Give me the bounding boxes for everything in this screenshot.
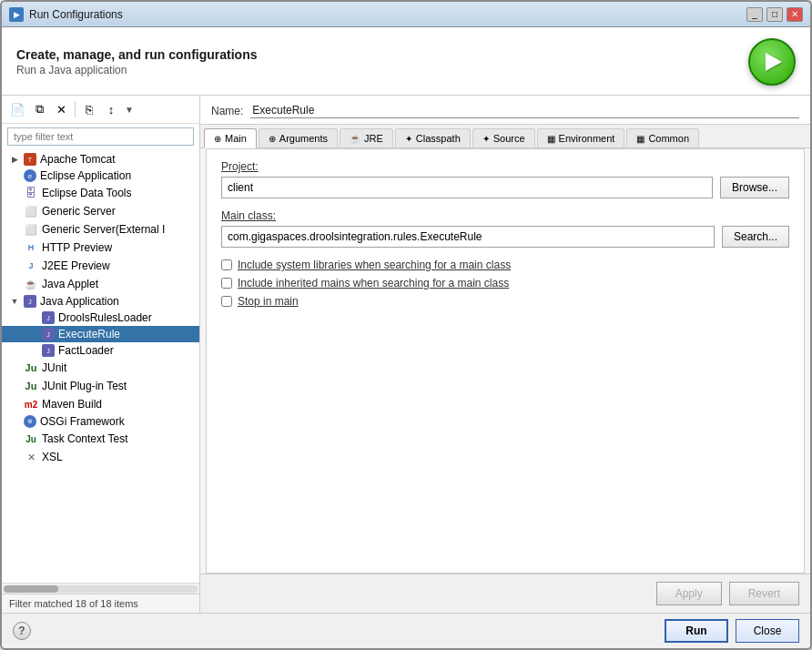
tree-label: DroolsRulesLoader (58, 311, 152, 324)
tab-environment[interactable]: ▦ Environment (537, 128, 625, 147)
close-window-button[interactable]: ✕ (787, 7, 803, 22)
tab-jre[interactable]: ☕ JRE (340, 128, 393, 147)
expand-icon (27, 312, 38, 323)
drools-icon: J (42, 311, 55, 324)
tab-arguments-label: Arguments (279, 133, 328, 144)
main-class-label: Main class: (221, 209, 789, 222)
tree-item-xsl[interactable]: ✕ XSL (2, 448, 199, 466)
header-title: Create, manage, and run configurations (16, 47, 258, 62)
tree-item-java-application[interactable]: ▼ J Java Application (2, 293, 199, 310)
junit-plugin-icon: Ju (24, 379, 38, 393)
bottom-action-bar: Apply Revert (200, 574, 810, 613)
filter-status: Filter matched 18 of 18 items (2, 594, 199, 613)
expand-icon (9, 433, 20, 444)
tree-label: Java Application (40, 295, 119, 308)
tree-item-generic-server-ext[interactable]: ⬜ Generic Server(External I (2, 220, 199, 239)
tabs-bar: ⊕ Main ⊕ Arguments ☕ JRE ✦ Classpath ✦ (200, 125, 810, 148)
main-class-group: Main class: Search... (221, 209, 789, 248)
window-icon: ▶ (9, 7, 24, 22)
include-system-label: Include system libraries when searching … (238, 259, 511, 271)
tree-label: ExecuteRule (58, 328, 120, 340)
checkbox-include-inherited: Include inherited mains when searching f… (221, 277, 789, 289)
tree-item-apache-tomcat[interactable]: ▶ T Apache Tomcat (2, 151, 199, 168)
tree-item-execute-rule[interactable]: J ExecuteRule (2, 326, 199, 342)
left-toolbar: 📄 ⧉ ✕ ⎘ ↕ ▼ (2, 96, 199, 124)
link-config-button[interactable]: ↕ (101, 99, 121, 119)
include-system-checkbox[interactable] (221, 259, 232, 270)
environment-tab-icon: ▦ (547, 134, 555, 144)
expand-icon (9, 381, 20, 391)
tab-common[interactable]: ▦ Common (626, 128, 699, 147)
tree-label: XSL (42, 451, 63, 463)
new-config-button[interactable]: 📄 (7, 99, 27, 119)
junit-icon: Ju (24, 361, 38, 375)
name-row: Name: ExecuteRule (200, 96, 810, 125)
tab-main[interactable]: ⊕ Main (204, 128, 257, 148)
expand-icon (9, 260, 20, 271)
tree-label: Generic Server(External I (42, 223, 165, 236)
toolbar-separator (75, 101, 76, 117)
revert-button[interactable]: Revert (729, 582, 799, 605)
xsl-icon: ✕ (24, 450, 38, 464)
tree-item-eclipse-data[interactable]: 🗄 Eclipse Data Tools (2, 184, 199, 202)
header-area: Create, manage, and run configurations R… (2, 27, 810, 96)
project-row: Browse... (221, 177, 789, 198)
tree-item-maven[interactable]: m2 Maven Build (2, 395, 199, 413)
tree-label: HTTP Preview (42, 241, 112, 254)
maven-icon: m2 (24, 397, 38, 411)
tree-item-j2ee-preview[interactable]: J J2EE Preview (2, 257, 199, 275)
tree-item-eclipse-app[interactable]: e Eclipse Application (2, 168, 199, 184)
tree-item-generic-server[interactable]: ⬜ Generic Server (2, 202, 199, 220)
arguments-tab-icon: ⊕ (269, 134, 276, 144)
tree-item-junit-plugin[interactable]: Ju JUnit Plug-in Test (2, 377, 199, 395)
tree-scrollbar[interactable] (2, 583, 199, 594)
help-button[interactable]: ? (13, 622, 31, 640)
run-configurations-window: ▶ Run Configurations _ □ ✕ Create, manag… (0, 0, 812, 650)
footer-right-buttons: Run Close (665, 619, 799, 643)
tab-classpath[interactable]: ✦ Classpath (395, 128, 471, 147)
main-content: 📄 ⧉ ✕ ⎘ ↕ ▼ ▶ T Apache Tomcat (2, 96, 810, 613)
main-class-input[interactable] (221, 226, 715, 248)
export-config-button[interactable]: ⎘ (79, 99, 99, 119)
tree-item-java-applet[interactable]: ☕ Java Applet (2, 275, 199, 293)
filter-input[interactable] (7, 127, 194, 146)
tab-source[interactable]: ✦ Source (472, 128, 535, 147)
tree-item-osgi[interactable]: ⊕ OSGi Framework (2, 413, 199, 430)
header-text: Create, manage, and run configurations R… (16, 47, 258, 76)
tree-item-fact-loader[interactable]: J FactLoader (2, 342, 199, 359)
config-name-value: ExecuteRule (250, 103, 799, 118)
stop-in-main-checkbox[interactable] (221, 296, 232, 307)
common-tab-icon: ▦ (636, 134, 645, 144)
dropdown-arrow[interactable]: ▼ (125, 105, 134, 115)
scrollbar-thumb[interactable] (4, 585, 58, 593)
include-inherited-checkbox[interactable] (221, 278, 232, 289)
minimize-button[interactable]: _ (746, 7, 763, 22)
server-icon: ⬜ (24, 204, 38, 218)
tree-item-http-preview[interactable]: H HTTP Preview (2, 239, 199, 257)
tree-item-task-context[interactable]: Ju Task Context Test (2, 430, 199, 448)
tree-label: OSGi Framework (40, 415, 125, 428)
classpath-tab-icon: ✦ (405, 134, 412, 144)
browse-project-button[interactable]: Browse... (720, 177, 789, 198)
tree-label: Task Context Test (42, 432, 128, 445)
tree-item-drools-loader[interactable]: J DroolsRulesLoader (2, 310, 199, 326)
task-context-icon: Ju (24, 432, 38, 446)
expand-icon (27, 329, 38, 340)
tab-common-label: Common (648, 133, 689, 144)
duplicate-config-button[interactable]: ⧉ (29, 99, 49, 119)
tab-arguments[interactable]: ⊕ Arguments (259, 128, 338, 147)
filter-status-text: Filter matched 18 of 18 items (9, 598, 138, 609)
delete-config-button[interactable]: ✕ (51, 99, 71, 119)
tree-label: Eclipse Data Tools (42, 187, 132, 199)
tree-label: Maven Build (42, 398, 102, 411)
tree-item-junit[interactable]: Ju JUnit (2, 359, 199, 377)
project-input[interactable] (221, 177, 713, 198)
close-button[interactable]: Close (736, 619, 799, 643)
search-main-class-button[interactable]: Search... (722, 226, 789, 248)
maximize-button[interactable]: □ (766, 7, 783, 22)
run-large-button[interactable] (748, 38, 796, 86)
title-bar: ▶ Run Configurations _ □ ✕ (2, 2, 810, 27)
apply-button[interactable]: Apply (656, 582, 722, 605)
checkbox-include-system: Include system libraries when searching … (221, 259, 789, 271)
run-button[interactable]: Run (665, 619, 728, 643)
